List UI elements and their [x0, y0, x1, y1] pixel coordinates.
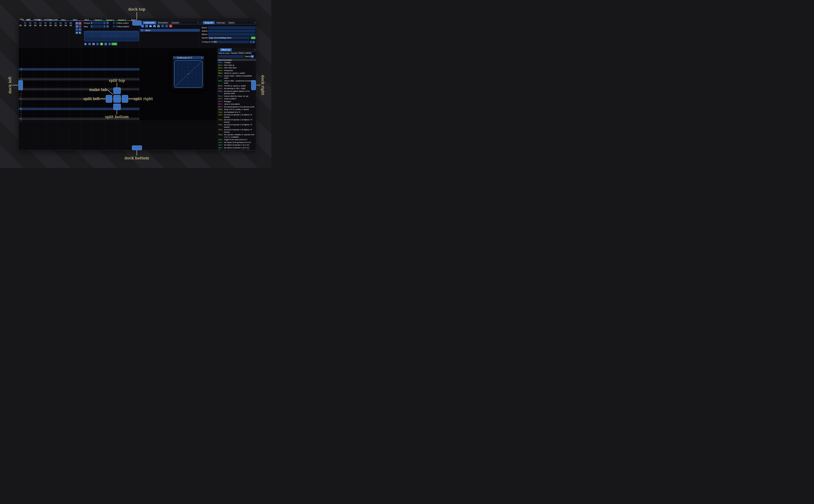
follow-pattern-checkbox[interactable]: ✓	[113, 25, 115, 28]
collapse-icon[interactable]: ▼	[173, 57, 176, 58]
effect-row-0fxx[interactable]: 0FxxSet speed (speed 2 if no grooves exi…	[217, 106, 256, 108]
edit-record-toggle[interactable]: ●	[100, 43, 103, 45]
pattern-cell[interactable]: ... .. .. ...	[69, 116, 81, 117]
pattern-row-6[interactable]: 6... .. .. ...... .. .. ...... .. .. ...…	[19, 83, 139, 85]
pattern-row-3[interactable]: 3... .. .. ...... .. .. ...... .. .. ...…	[19, 75, 139, 78]
pattern-cell[interactable]: ... .. .. ...	[22, 88, 34, 90]
pattern-cell[interactable]: ... .. .. ...	[69, 108, 81, 110]
pattern-cell[interactable]: ... .. .. ...	[46, 116, 57, 117]
channel-header-fm-3[interactable]: FM 3	[46, 18, 57, 21]
pattern-cell[interactable]: ... .. .. ...	[81, 111, 92, 112]
pattern-cell[interactable]: ... .. .. ...	[92, 108, 104, 110]
pattern-cell[interactable]: ... .. .. ...	[34, 78, 46, 80]
dock-target-left[interactable]	[18, 80, 23, 90]
pattern-cell[interactable]: ... .. .. ...	[128, 106, 139, 107]
pattern-cell[interactable]: ... .. .. ...	[22, 96, 34, 97]
close-icon[interactable]: ×	[197, 21, 200, 24]
pattern-cell[interactable]: ... .. .. ...	[104, 71, 116, 73]
dock-target-split-right[interactable]	[122, 95, 128, 103]
pattern-row-11[interactable]: 11... .. .. ...... .. .. ...... .. .. ..…	[19, 95, 139, 98]
pattern-cell[interactable]: ... .. .. ...	[57, 76, 69, 78]
pattern-cell[interactable]: ... .. .. ...	[81, 118, 92, 120]
effect-row-14xx[interactable]: 14xxSet level of operator 3 (0 highest, …	[217, 123, 256, 128]
pattern-cell[interactable]: ... .. .. ...	[81, 93, 92, 95]
pattern-cell[interactable]: ... .. .. ...	[57, 88, 69, 90]
pattern-row-14[interactable]: 14... .. .. ...... .. .. ...... .. .. ..…	[19, 103, 139, 105]
album-field[interactable]	[208, 33, 255, 36]
channel-header-fm-1[interactable]: FM 1	[22, 18, 34, 21]
pattern-cell[interactable]: ... .. .. ...	[69, 86, 81, 87]
instrument-organize-button[interactable]	[157, 25, 160, 27]
pattern-cell[interactable]: ... .. .. ...	[81, 101, 92, 102]
effect-row-17xx[interactable]: 17xxToggle PCM mode (LEGACY)	[217, 138, 256, 141]
pattern-cell[interactable]: ... .. .. ...	[34, 81, 46, 83]
effect-row-15xx[interactable]: 15xxSet level of operator 4 (0 highest, …	[217, 128, 256, 133]
name-field[interactable]	[208, 26, 255, 29]
pattern-cell[interactable]: ... .. .. ...	[22, 116, 34, 117]
pattern-cell[interactable]: ... .. .. ...	[57, 116, 69, 117]
tab-speed[interactable]: Speed	[227, 21, 236, 24]
pattern-cell[interactable]: ... .. .. ...	[34, 113, 46, 115]
step-increase-button[interactable]: +	[106, 25, 109, 28]
move-instrument-down-button[interactable]: ↓	[165, 25, 168, 27]
pattern-cell[interactable]: ... .. .. ...	[128, 81, 139, 83]
pattern-cell[interactable]: ... .. .. ...	[69, 71, 81, 73]
pattern-cell[interactable]: ... .. .. ...	[22, 101, 34, 102]
pattern-cell[interactable]: ... .. .. ...	[46, 106, 57, 107]
pattern-cell[interactable]: ... .. .. ...	[116, 111, 128, 112]
pattern-cell[interactable]: ... .. .. ...	[92, 116, 104, 117]
effect-row-1bxx[interactable]: 1BxxSet attack of operator 2 (0 to 1F)	[217, 146, 256, 149]
pattern-cell[interactable]: ... .. .. ...	[69, 78, 81, 80]
pattern-cell[interactable]: ... .. .. ...	[69, 69, 81, 70]
effect-row-19xx[interactable]: 19xxSet attack of all operators (0 to 1F…	[217, 141, 256, 144]
pattern-cell[interactable]: ... .. .. ...	[104, 86, 116, 87]
step-one-row-button[interactable]: ↓	[96, 43, 99, 45]
pattern-cell[interactable]: ... .. .. ...	[69, 106, 81, 107]
pattern-cell[interactable]: ... .. .. ...	[46, 86, 57, 87]
dock-target-split-top[interactable]	[113, 87, 121, 94]
channel-header-square-3[interactable]: Square 3	[116, 18, 128, 21]
pattern-cell[interactable]: ... .. .. ...	[92, 101, 104, 102]
pattern-cell[interactable]: ... .. .. ...	[128, 78, 139, 80]
effect-row-07xy[interactable]: 07xyTremolo (x: speed; y: depth)	[217, 85, 256, 87]
pattern-cell[interactable]: ... .. .. ...	[128, 76, 139, 78]
move-order-down-button[interactable]: ∨	[75, 28, 78, 31]
pattern-cell[interactable]: ... .. .. ...	[92, 93, 104, 95]
pattern-cell[interactable]: ... .. .. ...	[92, 71, 104, 73]
play-once-button[interactable]	[92, 43, 95, 45]
tab-subsongs[interactable]: Subsongs	[215, 21, 227, 24]
pattern-cell[interactable]: ... .. .. ...	[92, 103, 104, 105]
pattern-cell[interactable]: ... .. .. ...	[81, 113, 92, 115]
pattern-cell[interactable]: ... .. .. ...	[92, 113, 104, 115]
pattern-cell[interactable]: ... .. .. ...	[128, 103, 139, 105]
effect-row-12xx[interactable]: 12xxSet level of operator 1 (0 highest, …	[217, 113, 256, 118]
instrument-list-item[interactable]: - None -	[140, 29, 200, 32]
orders-cell[interactable]: 00	[48, 25, 53, 27]
tab-wavetables[interactable]: Wavetables	[156, 21, 170, 24]
pattern-cell[interactable]: ... .. .. ...	[22, 93, 34, 95]
effect-row-11xx[interactable]: 11xxSet feedback (0 to 7)	[217, 111, 256, 114]
pattern-cell[interactable]: ... .. .. ...	[92, 69, 104, 70]
pattern-cell[interactable]: ... .. .. ...	[69, 111, 81, 112]
pattern-row-2[interactable]: 2... .. .. ...... .. .. ...... .. .. ...…	[19, 73, 139, 76]
pattern-cell[interactable]: ... .. .. ...	[128, 91, 139, 92]
pattern-row-7[interactable]: 7... .. .. ...... .. .. ...... .. .. ...…	[19, 85, 139, 88]
effect-row-1cxx[interactable]: 1CxxSet attack of operator 3 (0 to 1F)	[217, 149, 256, 150]
pattern-cell[interactable]: ... .. .. ...	[46, 74, 57, 75]
pattern-cell[interactable]: ... .. .. ...	[46, 103, 57, 105]
pattern-row-8[interactable]: 8... .. .. ...... .. .. ...... .. .. ...…	[19, 88, 139, 90]
pattern-cell[interactable]: ... .. .. ...	[57, 81, 69, 83]
pattern-cell[interactable]: ... .. .. ...	[22, 83, 34, 85]
effect-row-16xy[interactable]: 16xySet operator multiplier (x: operator…	[217, 133, 256, 138]
channel-header-square-2[interactable]: Square 2	[104, 18, 116, 21]
pattern-cell[interactable]: ... .. .. ...	[46, 71, 57, 73]
pattern-cell[interactable]: ... .. .. ...	[46, 118, 57, 120]
pattern-cell[interactable]: ... .. .. ...	[104, 83, 116, 85]
tab-list-dropdown-icon[interactable]: ▼	[217, 48, 220, 51]
effect-row-00xy[interactable]: 00xyArpeggio	[217, 61, 256, 64]
pattern-cell[interactable]: ... .. .. ...	[69, 113, 81, 115]
pattern-cell[interactable]: ... .. .. ...	[69, 93, 81, 95]
orders-cell[interactable]: 00	[28, 25, 33, 27]
pattern-cell[interactable]: ... .. .. ...	[46, 76, 57, 78]
pattern-cell[interactable]: ... .. .. ...	[116, 76, 128, 78]
